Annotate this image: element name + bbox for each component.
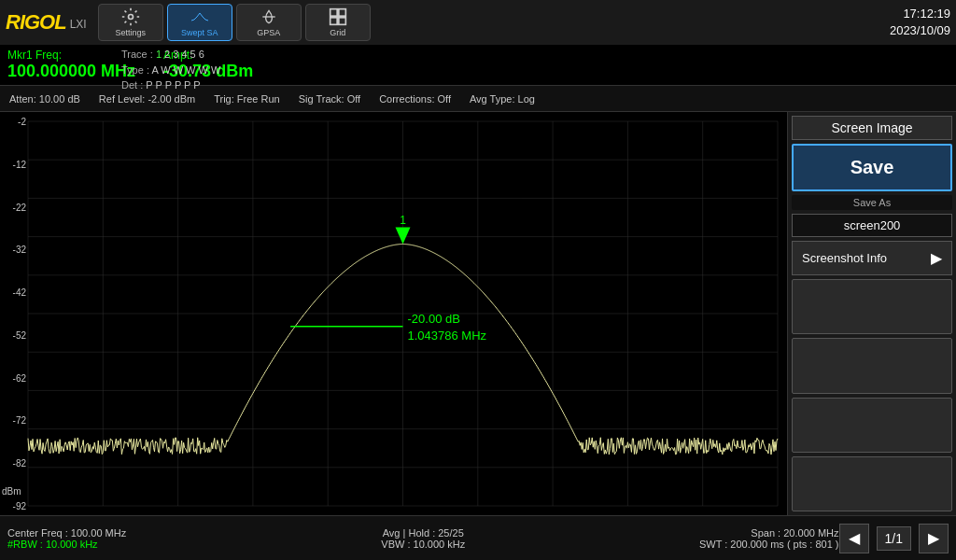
chart-area: dBm [0, 112, 788, 515]
ref-level-status: Ref Level: -2.00 dBm [99, 93, 195, 105]
vbw-bottom: VBW : 10.000 kHz [285, 539, 562, 550]
screenshot-info-label: Screenshot Info [802, 251, 887, 265]
screen-image-title: Screen Image [792, 116, 952, 140]
svg-rect-2 [330, 9, 337, 17]
svg-rect-3 [339, 9, 346, 17]
empty-btn-3[interactable] [792, 398, 952, 453]
filename-display[interactable]: screen200 [792, 214, 952, 237]
avg-hold-bottom: Avg | Hold : 25/25 [285, 527, 562, 539]
page-navigation: ◀ 1/1 ▶ [839, 524, 949, 553]
next-page-button[interactable]: ▶ [919, 524, 949, 553]
time-display: 17:12:19 [890, 6, 950, 22]
screenshot-info-button[interactable]: Screenshot Info ▶ [792, 241, 952, 275]
rbw-bottom: #RBW : 10.000 kHz [7, 539, 285, 550]
spectrum-chart [0, 112, 787, 515]
prev-page-button[interactable]: ◀ [839, 524, 869, 553]
main-content: dBm Screen Image Save Save As screen200 … [0, 112, 956, 515]
settings-label: Settings [115, 28, 146, 37]
settings-button[interactable]: Settings [98, 4, 163, 41]
marker-freq-block: Mkr1 Freq: 100.000000 MHz [7, 49, 135, 81]
trace-label: Trace : [121, 49, 156, 60]
marker-freq-label: Mkr1 Freq: [7, 49, 135, 62]
save-as-label-text: Save As [792, 195, 952, 210]
gpsa-label: GPSA [257, 28, 280, 37]
lxi-badge: LXI [70, 18, 87, 31]
det-label: Det : [121, 79, 146, 91]
empty-btn-2[interactable] [792, 338, 952, 393]
save-button[interactable]: Save [792, 144, 952, 191]
center-freq-bottom: Center Freq : 100.00 MHz [7, 527, 285, 539]
svg-rect-5 [339, 18, 346, 25]
bottom-center: Avg | Hold : 25/25 VBW : 10.000 kHz [285, 527, 562, 550]
type-values: A W W W W W [151, 64, 220, 76]
page-indicator: 1/1 [877, 526, 911, 551]
trace-type-det: Trace : 1 2 3 4 5 6 Type : A W W W W W D… [121, 47, 220, 93]
trace-others: 2 3 4 5 6 [164, 49, 204, 60]
right-panel: Screen Image Save Save As screen200 Scre… [788, 112, 956, 515]
empty-btn-4[interactable] [792, 456, 952, 511]
swept-sa-button[interactable]: Swept SA [167, 4, 232, 41]
swept-sa-label: Swept SA [181, 28, 218, 37]
rigol-logo: RIGOL [6, 10, 66, 35]
trace-1: 1 [156, 49, 162, 60]
dbm-unit-label: dBm [2, 486, 21, 497]
sig-track-status: Sig Track: Off [299, 93, 360, 105]
trig-status: Trig: Free Run [214, 93, 280, 105]
corrections-status: Corrections: Off [379, 93, 451, 105]
span-bottom: Span : 20.000 MHz [562, 527, 839, 539]
datetime: 17:12:19 2023/10/09 [890, 6, 950, 39]
arrow-right-icon: ▶ [931, 249, 942, 267]
date-display: 2023/10/09 [890, 22, 950, 39]
det-values: P P P P P P [146, 79, 200, 91]
bottom-left: Center Freq : 100.00 MHz #RBW : 10.000 k… [7, 527, 285, 550]
marker-freq-value: 100.000000 MHz [7, 62, 135, 81]
empty-btn-1[interactable] [792, 279, 952, 334]
atten-status: Atten: 10.00 dB [9, 93, 80, 105]
gpsa-button[interactable]: GPSA [236, 4, 302, 41]
bottom-bar: Center Freq : 100.00 MHz #RBW : 10.000 k… [0, 515, 956, 560]
avg-type-status: Avg Type: Log [470, 93, 535, 105]
logo-area: RIGOL LXI [6, 10, 87, 35]
type-label: Type : [121, 64, 151, 76]
svg-rect-4 [330, 18, 337, 25]
swt-bottom: SWT : 200.000 ms ( pts : 801 ) [562, 539, 839, 550]
svg-point-0 [128, 15, 133, 20]
grid-label: Grid [330, 28, 345, 37]
bottom-right: Span : 20.000 MHz SWT : 200.000 ms ( pts… [562, 527, 839, 550]
grid-button[interactable]: Grid [305, 4, 371, 41]
top-bar: RIGOL LXI Settings Swept SA GPSA Grid 17 [0, 0, 956, 45]
